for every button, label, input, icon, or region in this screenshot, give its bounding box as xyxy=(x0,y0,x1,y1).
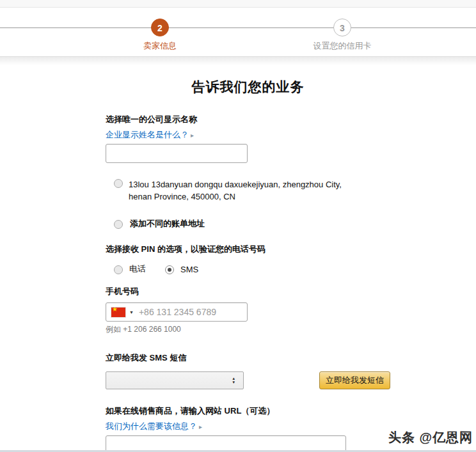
website-url-label: 如果在线销售商品，请输入网站 URL（可选） xyxy=(106,405,390,417)
phone-example-text: 例如 +1 206 266 1000 xyxy=(106,324,390,335)
company-name-label: 选择唯一的公司显示名称 xyxy=(106,114,390,125)
step-3-label: 设置您的信用卡 xyxy=(291,40,393,52)
select-arrows-icon: ▲ ▼ xyxy=(232,377,235,384)
phone-input-group: ★ ▼ xyxy=(106,302,248,322)
existing-address-text: 13lou 13danyuan dongqu daxuekejiyuan, zh… xyxy=(129,178,347,203)
address-option-billing[interactable]: 添加不同的账单地址 xyxy=(114,218,390,230)
sms-select[interactable]: ▲ ▼ xyxy=(106,371,244,389)
page-title: 告诉我们您的业务 xyxy=(106,78,390,96)
phone-option-label[interactable]: 电话 xyxy=(129,263,146,275)
radio-button-phone[interactable] xyxy=(114,265,123,274)
address-option-existing[interactable]: 13lou 13danyuan dongqu daxuekejiyuan, zh… xyxy=(114,178,390,203)
company-name-help-link[interactable]: 企业显示姓名是什么？ xyxy=(106,130,189,139)
top-strip xyxy=(0,0,476,8)
link-arrow-icon: ▸ xyxy=(191,132,194,139)
radio-button-billing-address[interactable] xyxy=(114,220,123,229)
watermark: 头条 @亿恩网 xyxy=(388,429,473,446)
company-name-input[interactable] xyxy=(106,144,248,163)
step-2-label: 卖家信息 xyxy=(109,40,211,52)
phone-number-input[interactable] xyxy=(139,307,255,317)
step-2-circle: 2 xyxy=(151,19,169,36)
radio-button-existing-address[interactable] xyxy=(114,179,123,188)
china-flag-icon: ★ xyxy=(111,308,125,317)
radio-button-sms[interactable] xyxy=(165,265,174,274)
country-code-dropdown[interactable]: ★ ▼ xyxy=(111,308,134,317)
step-credit-card: 3 设置您的信用卡 xyxy=(291,8,393,52)
flag-caret-icon: ▼ xyxy=(129,310,134,315)
phone-number-label: 手机号码 xyxy=(106,286,390,297)
select-down-arrow: ▼ xyxy=(232,380,235,384)
pin-method-options: 电话 SMS xyxy=(114,263,390,275)
send-sms-button[interactable]: 立即给我发短信 xyxy=(319,371,390,389)
website-help-link[interactable]: 我们为什么需要该信息？ xyxy=(106,421,197,431)
header-shadow xyxy=(0,57,476,65)
step-seller-info: 2 卖家信息 xyxy=(109,8,211,52)
progress-line xyxy=(0,27,476,28)
sms-option-label[interactable]: SMS xyxy=(180,265,198,274)
progress-header: 2 卖家信息 3 设置您的信用卡 xyxy=(0,8,476,57)
sms-section-label: 立即给我发 SMS 短信 xyxy=(106,352,390,364)
flag-star-icon: ★ xyxy=(112,308,118,313)
link-arrow-icon: ▸ xyxy=(199,423,202,430)
pin-method-label: 选择接收 PIN 的选项，以验证您的电话号码 xyxy=(106,244,390,255)
billing-address-label: 添加不同的账单地址 xyxy=(130,218,205,230)
seller-info-form: 告诉我们您的业务 选择唯一的公司显示名称 企业显示姓名是什么？▸ 13lou 1… xyxy=(106,78,390,452)
step-3-circle: 3 xyxy=(333,19,351,36)
